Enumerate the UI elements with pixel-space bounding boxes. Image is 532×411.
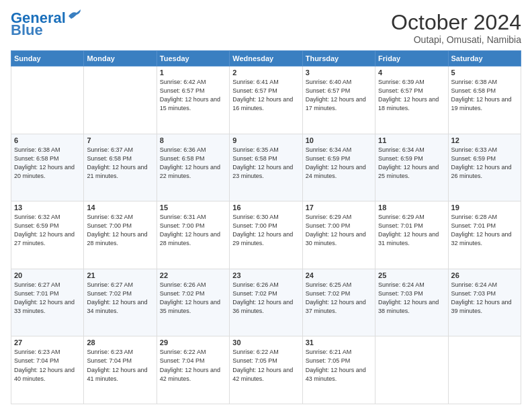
title-block: October 2024 Outapi, Omusati, Namibia <box>391 11 521 45</box>
calendar-week-3: 13Sunrise: 6:32 AM Sunset: 6:59 PM Dayli… <box>11 201 521 269</box>
day-number: 1 <box>160 68 226 77</box>
calendar-header-saturday: Saturday <box>448 51 521 66</box>
day-number: 31 <box>306 338 372 347</box>
cell-info: Sunrise: 6:27 AM Sunset: 7:02 PM Dayligh… <box>87 281 153 316</box>
calendar-cell: 24Sunrise: 6:25 AM Sunset: 7:02 PM Dayli… <box>302 269 375 336</box>
calendar-cell: 22Sunrise: 6:26 AM Sunset: 7:02 PM Dayli… <box>157 269 229 336</box>
calendar-cell: 7Sunrise: 6:37 AM Sunset: 6:58 PM Daylig… <box>84 134 157 201</box>
calendar-header-tuesday: Tuesday <box>157 51 229 66</box>
day-number: 15 <box>160 203 226 212</box>
calendar-cell: 29Sunrise: 6:22 AM Sunset: 7:04 PM Dayli… <box>157 336 229 404</box>
calendar-cell: 3Sunrise: 6:40 AM Sunset: 6:57 PM Daylig… <box>302 66 375 134</box>
day-number: 25 <box>378 271 445 279</box>
day-number: 9 <box>232 136 299 144</box>
calendar-cell: 4Sunrise: 6:39 AM Sunset: 6:57 PM Daylig… <box>375 66 448 134</box>
cell-info: Sunrise: 6:29 AM Sunset: 7:01 PM Dayligh… <box>378 213 445 248</box>
day-number: 21 <box>87 271 153 279</box>
day-number: 24 <box>306 271 372 279</box>
day-number: 22 <box>160 271 226 279</box>
calendar-cell: 18Sunrise: 6:29 AM Sunset: 7:01 PM Dayli… <box>375 201 448 269</box>
calendar-week-4: 20Sunrise: 6:27 AM Sunset: 7:01 PM Dayli… <box>11 269 521 336</box>
cell-info: Sunrise: 6:32 AM Sunset: 7:00 PM Dayligh… <box>87 213 153 248</box>
day-number: 17 <box>306 203 372 212</box>
day-number: 3 <box>306 68 372 77</box>
cell-info: Sunrise: 6:33 AM Sunset: 6:59 PM Dayligh… <box>451 146 518 181</box>
day-number: 26 <box>451 271 518 279</box>
day-number: 30 <box>232 338 299 347</box>
day-number: 28 <box>87 338 153 347</box>
day-number: 12 <box>451 136 518 144</box>
calendar-cell: 10Sunrise: 6:34 AM Sunset: 6:59 PM Dayli… <box>302 134 375 201</box>
calendar-cell <box>11 66 84 134</box>
cell-info: Sunrise: 6:35 AM Sunset: 6:58 PM Dayligh… <box>232 146 299 181</box>
location: Outapi, Omusati, Namibia <box>391 34 521 45</box>
calendar-cell: 14Sunrise: 6:32 AM Sunset: 7:00 PM Dayli… <box>84 201 157 269</box>
cell-info: Sunrise: 6:41 AM Sunset: 6:57 PM Dayligh… <box>232 78 299 113</box>
calendar-cell: 17Sunrise: 6:29 AM Sunset: 7:00 PM Dayli… <box>302 201 375 269</box>
calendar-cell: 13Sunrise: 6:32 AM Sunset: 6:59 PM Dayli… <box>11 201 84 269</box>
day-number: 20 <box>14 271 81 279</box>
cell-info: Sunrise: 6:23 AM Sunset: 7:04 PM Dayligh… <box>14 348 81 383</box>
calendar-cell: 27Sunrise: 6:23 AM Sunset: 7:04 PM Dayli… <box>11 336 84 404</box>
cell-info: Sunrise: 6:38 AM Sunset: 6:58 PM Dayligh… <box>14 146 81 181</box>
calendar-cell: 8Sunrise: 6:36 AM Sunset: 6:58 PM Daylig… <box>157 134 229 201</box>
month-title: October 2024 <box>391 11 521 34</box>
day-number: 14 <box>87 203 153 212</box>
calendar-cell: 12Sunrise: 6:33 AM Sunset: 6:59 PM Dayli… <box>448 134 521 201</box>
day-number: 7 <box>87 136 153 144</box>
calendar-cell <box>84 66 157 134</box>
cell-info: Sunrise: 6:31 AM Sunset: 7:00 PM Dayligh… <box>160 213 226 248</box>
header: General Blue October 2024 Outapi, Omusat… <box>11 11 521 45</box>
calendar-cell: 19Sunrise: 6:28 AM Sunset: 7:01 PM Dayli… <box>448 201 521 269</box>
calendar-cell: 16Sunrise: 6:30 AM Sunset: 7:00 PM Dayli… <box>230 201 302 269</box>
cell-info: Sunrise: 6:37 AM Sunset: 6:58 PM Dayligh… <box>87 146 153 181</box>
cell-info: Sunrise: 6:29 AM Sunset: 7:00 PM Dayligh… <box>306 213 372 248</box>
cell-info: Sunrise: 6:25 AM Sunset: 7:02 PM Dayligh… <box>306 281 372 316</box>
cell-info: Sunrise: 6:30 AM Sunset: 7:00 PM Dayligh… <box>232 213 299 248</box>
day-number: 27 <box>14 338 81 347</box>
cell-info: Sunrise: 6:23 AM Sunset: 7:04 PM Dayligh… <box>87 348 153 383</box>
calendar-cell: 6Sunrise: 6:38 AM Sunset: 6:58 PM Daylig… <box>11 134 84 201</box>
day-number: 8 <box>160 136 226 144</box>
cell-info: Sunrise: 6:24 AM Sunset: 7:03 PM Dayligh… <box>451 281 518 316</box>
cell-info: Sunrise: 6:21 AM Sunset: 7:05 PM Dayligh… <box>306 348 372 383</box>
cell-info: Sunrise: 6:26 AM Sunset: 7:02 PM Dayligh… <box>160 281 226 316</box>
day-number: 23 <box>232 271 299 279</box>
calendar-cell: 21Sunrise: 6:27 AM Sunset: 7:02 PM Dayli… <box>84 269 157 336</box>
cell-info: Sunrise: 6:28 AM Sunset: 7:01 PM Dayligh… <box>451 213 518 248</box>
calendar-header-thursday: Thursday <box>302 51 375 66</box>
calendar-cell: 25Sunrise: 6:24 AM Sunset: 7:03 PM Dayli… <box>375 269 448 336</box>
day-number: 13 <box>14 203 81 212</box>
calendar-cell: 26Sunrise: 6:24 AM Sunset: 7:03 PM Dayli… <box>448 269 521 336</box>
calendar-week-5: 27Sunrise: 6:23 AM Sunset: 7:04 PM Dayli… <box>11 336 521 404</box>
day-number: 11 <box>378 136 445 144</box>
day-number: 2 <box>232 68 299 77</box>
calendar-header-wednesday: Wednesday <box>230 51 302 66</box>
calendar-table: SundayMondayTuesdayWednesdayThursdayFrid… <box>11 50 521 404</box>
calendar-week-2: 6Sunrise: 6:38 AM Sunset: 6:58 PM Daylig… <box>11 134 521 201</box>
day-number: 4 <box>378 68 445 77</box>
cell-info: Sunrise: 6:34 AM Sunset: 6:59 PM Dayligh… <box>306 146 372 181</box>
cell-info: Sunrise: 6:32 AM Sunset: 6:59 PM Dayligh… <box>14 213 81 248</box>
calendar-header-monday: Monday <box>84 51 157 66</box>
page: General Blue October 2024 Outapi, Omusat… <box>0 0 532 411</box>
calendar-header-row: SundayMondayTuesdayWednesdayThursdayFrid… <box>11 51 521 66</box>
calendar-week-1: 1Sunrise: 6:42 AM Sunset: 6:57 PM Daylig… <box>11 66 521 134</box>
day-number: 18 <box>378 203 445 212</box>
cell-info: Sunrise: 6:22 AM Sunset: 7:05 PM Dayligh… <box>232 348 299 383</box>
calendar-cell: 15Sunrise: 6:31 AM Sunset: 7:00 PM Dayli… <box>157 201 229 269</box>
cell-info: Sunrise: 6:36 AM Sunset: 6:58 PM Dayligh… <box>160 146 226 181</box>
calendar-cell: 2Sunrise: 6:41 AM Sunset: 6:57 PM Daylig… <box>230 66 302 134</box>
calendar-cell: 30Sunrise: 6:22 AM Sunset: 7:05 PM Dayli… <box>230 336 302 404</box>
calendar-cell: 20Sunrise: 6:27 AM Sunset: 7:01 PM Dayli… <box>11 269 84 336</box>
calendar-cell: 5Sunrise: 6:38 AM Sunset: 6:58 PM Daylig… <box>448 66 521 134</box>
day-number: 16 <box>232 203 299 212</box>
calendar-header-sunday: Sunday <box>11 51 84 66</box>
calendar-cell: 31Sunrise: 6:21 AM Sunset: 7:05 PM Dayli… <box>302 336 375 404</box>
calendar-cell <box>375 336 448 404</box>
day-number: 29 <box>160 338 226 347</box>
calendar-cell <box>448 336 521 404</box>
day-number: 10 <box>306 136 372 144</box>
calendar-cell: 23Sunrise: 6:26 AM Sunset: 7:02 PM Dayli… <box>230 269 302 336</box>
logo-bird-icon <box>67 9 82 21</box>
